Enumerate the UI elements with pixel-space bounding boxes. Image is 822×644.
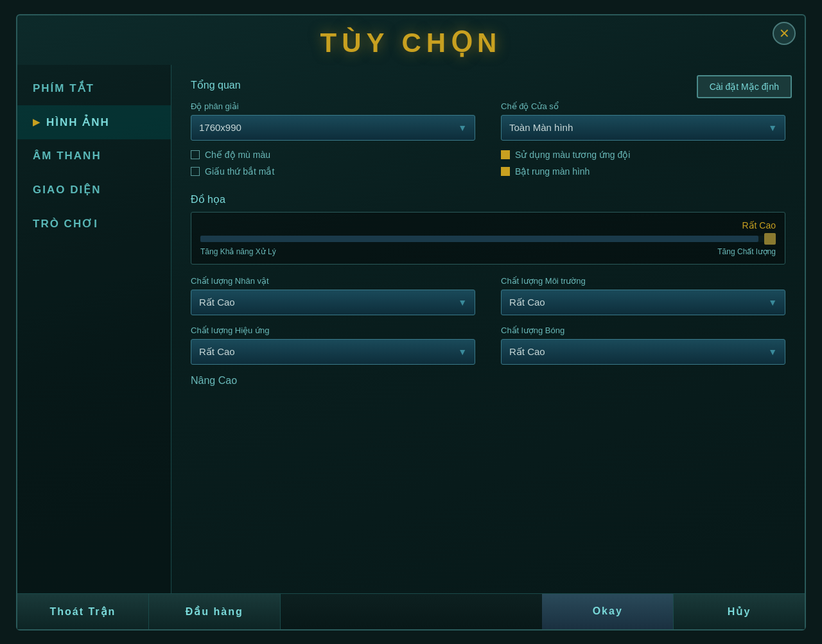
moi-truong-value: Rất Cao (509, 297, 545, 308)
bong-dropdown-icon: ▼ (768, 347, 777, 357)
nhan-vat-value: Rất Cao (199, 297, 235, 308)
moi-truong-select[interactable]: Rất Cao ▼ (501, 290, 785, 315)
checkbox-mu-mau-box[interactable] (191, 150, 200, 159)
sidebar-item-phim-tat[interactable]: PHÍM TẮT (17, 71, 171, 105)
sidebar-item-giao-dien[interactable]: GIAO DIỆN (17, 173, 171, 207)
thoat-tran-button[interactable]: Thoát Trận (17, 594, 149, 629)
checkboxes-area: Chế độ mù màu Giấu thứ bắt mắt Sử dụng m… (191, 150, 785, 183)
resolution-label: Độ phân giải (191, 101, 475, 111)
sidebar-item-label: ÂM THANH (33, 150, 101, 162)
bong-group: Chất lượng Bóng Rất Cao ▼ (501, 326, 785, 365)
resolution-select[interactable]: 1760x990 ▼ (191, 115, 475, 141)
slider-value-label: Rất Cao (742, 220, 776, 231)
checkbox-mau-doi-label: Sử dụng màu tương ứng đội (515, 150, 630, 160)
sidebar: PHÍM TẮT ▶ HÌNH ẢNH ÂM THANH GIAO DIỆN T… (17, 65, 171, 593)
sidebar-item-am-thanh[interactable]: ÂM THANH (17, 139, 171, 173)
sidebar-item-label: HÌNH ẢNH (46, 116, 110, 129)
hieu-ung-dropdown-icon: ▼ (458, 347, 467, 357)
checkbox-rung-man-hinh-box[interactable] (501, 167, 510, 176)
footer-spacer (281, 594, 543, 629)
checkbox-giau-thu[interactable]: Giấu thứ bắt mắt (191, 166, 475, 177)
checkbox-col-right: Sử dụng màu tương ứng đội Bật rung màn h… (501, 150, 785, 183)
window-mode-label: Chế độ Cửa sổ (501, 101, 785, 111)
slider-right-label: Tăng Chất lượng (717, 247, 776, 256)
bong-select[interactable]: Rất Cao ▼ (501, 339, 785, 365)
checkbox-giau-thu-label: Giấu thứ bắt mắt (205, 166, 274, 177)
active-arrow-icon: ▶ (33, 117, 41, 127)
moi-truong-dropdown-icon: ▼ (768, 297, 777, 308)
nhan-vat-label: Chất lượng Nhân vật (191, 276, 475, 286)
bong-label: Chất lượng Bóng (501, 326, 785, 335)
resolution-value: 1760x990 (199, 122, 241, 133)
slider-fill (200, 236, 758, 242)
nhan-vat-select[interactable]: Rất Cao ▼ (191, 290, 475, 315)
close-button[interactable]: ✕ (773, 22, 796, 45)
modal-title: TÙY CHỌN (17, 15, 805, 65)
sidebar-item-tro-choi[interactable]: TRÒ CHƠI (17, 207, 171, 241)
checkbox-mu-mau-label: Chế độ mù màu (205, 150, 270, 160)
window-mode-select[interactable]: Toàn Màn hình ▼ (501, 115, 785, 141)
moi-truong-group: Chất lượng Môi trường Rất Cao ▼ (501, 276, 785, 315)
checkbox-col-left: Chế độ mù màu Giấu thứ bắt mắt (191, 150, 475, 183)
huy-button[interactable]: Hủy (674, 594, 805, 629)
slider-labels: Tăng Khả năng Xử Lý Tăng Chất lượng (200, 247, 776, 256)
hieu-ung-select[interactable]: Rất Cao ▼ (191, 339, 475, 365)
bong-value: Rất Cao (509, 346, 545, 358)
window-mode-value: Toàn Màn hình (509, 122, 573, 133)
resolution-group: Độ phân giải 1760x990 ▼ (191, 101, 475, 141)
checkbox-rung-man-hinh-label: Bật rung màn hình (515, 166, 590, 177)
checkbox-mu-mau[interactable]: Chế độ mù màu (191, 150, 475, 160)
resolution-dropdown-icon: ▼ (458, 123, 467, 133)
sidebar-item-label: GIAO DIỆN (33, 183, 101, 196)
slider-header: Rất Cao (200, 220, 776, 231)
content-area: Cài đặt Mặc định Tổng quan Độ phân giải … (171, 65, 805, 593)
checkbox-mau-doi[interactable]: Sử dụng màu tương ứng đội (501, 150, 785, 160)
quality-row-2: Chất lượng Hiệu ứng Rất Cao ▼ Chất lượng… (191, 326, 785, 365)
sidebar-item-label: PHÍM TẮT (33, 82, 94, 95)
hieu-ung-group: Chất lượng Hiệu ứng Rất Cao ▼ (191, 326, 475, 365)
graphics-label: Đồ họa (191, 193, 785, 205)
sidebar-item-label: TRÒ CHƠI (33, 217, 98, 231)
default-button[interactable]: Cài đặt Mặc định (697, 75, 792, 98)
hieu-ung-value: Rất Cao (199, 346, 235, 358)
graphics-section: Đồ họa Rất Cao Tăng Khả năng Xử Lý Tăng … (191, 193, 785, 265)
moi-truong-label: Chất lượng Môi trường (501, 276, 785, 286)
quality-row-1: Chất lượng Nhân vật Rất Cao ▼ Chất lượng… (191, 276, 785, 315)
resolution-row: Độ phân giải 1760x990 ▼ Chế độ Cửa sổ To… (191, 101, 785, 141)
slider-thumb[interactable] (764, 233, 776, 245)
sidebar-item-hinh-anh[interactable]: ▶ HÌNH ẢNH (17, 105, 171, 139)
slider-box: Rất Cao Tăng Khả năng Xử Lý Tăng Chất lư… (191, 212, 785, 265)
window-mode-group: Chế độ Cửa sổ Toàn Màn hình ▼ (501, 101, 785, 141)
hieu-ung-label: Chất lượng Hiệu ứng (191, 326, 475, 335)
nhan-vat-dropdown-icon: ▼ (458, 297, 467, 308)
window-mode-dropdown-icon: ▼ (768, 123, 777, 133)
slider-left-label: Tăng Khả năng Xử Lý (200, 247, 276, 256)
dau-hang-button[interactable]: Đầu hàng (149, 594, 281, 629)
checkbox-mau-doi-box[interactable] (501, 150, 510, 159)
checkbox-giau-thu-box[interactable] (191, 167, 200, 176)
modal-body: PHÍM TẮT ▶ HÌNH ẢNH ÂM THANH GIAO DIỆN T… (17, 65, 805, 593)
checkbox-rung-man-hinh[interactable]: Bật rung màn hình (501, 166, 785, 177)
nang-cao-label: Nâng Cao (191, 375, 785, 387)
slider-track[interactable] (200, 236, 776, 242)
okay-button[interactable]: Okay (542, 594, 674, 629)
nhan-vat-group: Chất lượng Nhân vật Rất Cao ▼ (191, 276, 475, 315)
modal: TÙY CHỌN ✕ PHÍM TẮT ▶ HÌNH ẢNH ÂM THANH … (16, 14, 806, 631)
footer: Thoát Trận Đầu hàng Okay Hủy (17, 593, 805, 629)
